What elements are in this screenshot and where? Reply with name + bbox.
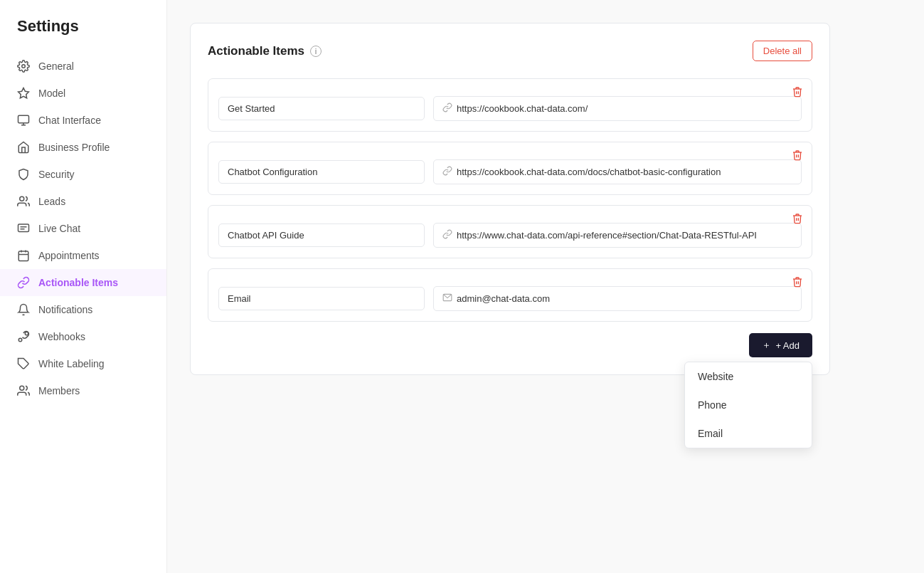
email-input-3[interactable] (457, 293, 792, 304)
name-input-3[interactable] (218, 287, 425, 310)
sidebar-item-label-white-labeling: White Labeling (38, 358, 105, 369)
delete-row-button-2[interactable] (792, 213, 803, 226)
members-icon (17, 384, 30, 397)
appointments-icon (17, 249, 30, 262)
sidebar-item-label-chat-interface: Chat Interface (38, 115, 101, 126)
svg-point-13 (18, 338, 22, 342)
action-item-fields (218, 96, 802, 121)
add-button[interactable]: ＋ + Add (749, 333, 812, 357)
sidebar-item-actionable-items[interactable]: Actionable Items (0, 269, 166, 296)
action-item-row (208, 78, 812, 132)
sidebar-item-model[interactable]: Model (0, 80, 166, 107)
leads-icon (17, 195, 30, 208)
sidebar-item-members[interactable]: Members (0, 377, 166, 404)
content-card: Actionable Items i Delete all (190, 23, 830, 375)
card-header: Actionable Items i Delete all (208, 41, 812, 61)
url-input-wrapper (433, 223, 802, 248)
delete-row-button-3[interactable] (792, 276, 803, 290)
svg-rect-2 (18, 115, 29, 123)
sidebar-item-live-chat[interactable]: Live Chat (0, 215, 166, 242)
app-layout: Settings General Model Chat Interface Bu… (0, 0, 924, 573)
webhooks-icon (17, 330, 30, 343)
link-icon (442, 102, 452, 115)
sidebar-item-label-notifications: Notifications (38, 304, 92, 315)
svg-marker-1 (18, 88, 29, 98)
svg-rect-6 (18, 224, 29, 232)
url-input-wrapper (433, 96, 802, 121)
sidebar-item-webhooks[interactable]: Webhooks (0, 323, 166, 350)
url-input-wrapper (433, 159, 802, 184)
model-icon (17, 87, 30, 100)
sidebar: Settings General Model Chat Interface Bu… (0, 0, 167, 573)
svg-point-5 (20, 196, 24, 201)
actionable-items-icon (17, 276, 30, 289)
action-item-fields (218, 223, 802, 248)
sidebar-item-white-labeling[interactable]: White Labeling (0, 350, 166, 377)
action-item-row (208, 268, 812, 322)
add-icon: ＋ (762, 339, 771, 352)
dropdown-item-website[interactable]: Website (685, 362, 812, 391)
main-content: Actionable Items i Delete all (167, 0, 924, 573)
link-icon (442, 166, 452, 178)
add-label: + Add (775, 340, 800, 351)
svg-rect-9 (18, 251, 28, 261)
name-input-0[interactable] (218, 97, 425, 120)
delete-all-button[interactable]: Delete all (753, 41, 812, 61)
business-profile-icon (17, 141, 30, 154)
svg-point-16 (20, 386, 24, 390)
sidebar-item-label-leads: Leads (38, 196, 65, 207)
add-dropdown: WebsitePhoneEmail (684, 362, 812, 448)
sidebar-item-label-business-profile: Business Profile (38, 142, 110, 153)
url-input-2[interactable] (457, 230, 792, 241)
sidebar-item-chat-interface[interactable]: Chat Interface (0, 107, 166, 134)
email-icon (442, 293, 452, 305)
sidebar-item-security[interactable]: Security (0, 161, 166, 188)
security-icon (17, 168, 30, 181)
sidebar-title: Settings (0, 17, 166, 53)
dropdown-item-phone[interactable]: Phone (685, 391, 812, 419)
sidebar-item-notifications[interactable]: Notifications (0, 296, 166, 323)
url-input-0[interactable] (457, 103, 792, 114)
chat-interface-icon (17, 114, 30, 127)
svg-point-14 (25, 332, 28, 335)
notifications-icon (17, 303, 30, 316)
dropdown-item-email[interactable]: Email (685, 419, 812, 448)
sidebar-item-label-live-chat: Live Chat (38, 223, 80, 234)
email-input-wrapper (433, 286, 802, 311)
sidebar-item-label-model: Model (38, 88, 65, 99)
delete-row-button-1[interactable] (792, 149, 803, 163)
sidebar-item-label-appointments: Appointments (38, 250, 100, 261)
sidebar-item-label-webhooks: Webhooks (38, 331, 85, 342)
url-input-1[interactable] (457, 167, 792, 177)
gear-icon (17, 60, 30, 73)
sidebar-item-leads[interactable]: Leads (0, 188, 166, 215)
delete-row-button-0[interactable] (792, 86, 803, 100)
svg-point-0 (22, 65, 26, 68)
sidebar-item-business-profile[interactable]: Business Profile (0, 134, 166, 161)
action-item-fields (218, 286, 802, 311)
sidebar-item-label-members: Members (38, 385, 80, 396)
sidebar-item-general[interactable]: General (0, 53, 166, 80)
card-title: Actionable Items i (208, 44, 322, 58)
sidebar-item-appointments[interactable]: Appointments (0, 242, 166, 269)
section-title: Actionable Items (208, 44, 304, 58)
name-input-1[interactable] (218, 160, 425, 184)
add-btn-row: ＋ + Add WebsitePhoneEmail (208, 333, 812, 357)
action-item-row (208, 142, 812, 195)
sidebar-item-label-security: Security (38, 169, 75, 180)
sidebar-item-label-general: General (38, 61, 74, 72)
action-item-row (208, 205, 812, 258)
white-labeling-icon (17, 357, 30, 370)
name-input-2[interactable] (218, 224, 425, 247)
sidebar-item-label-actionable-items: Actionable Items (38, 277, 118, 288)
link-icon (442, 229, 452, 241)
action-item-fields (218, 159, 802, 184)
live-chat-icon (17, 222, 30, 235)
info-icon[interactable]: i (310, 46, 322, 57)
